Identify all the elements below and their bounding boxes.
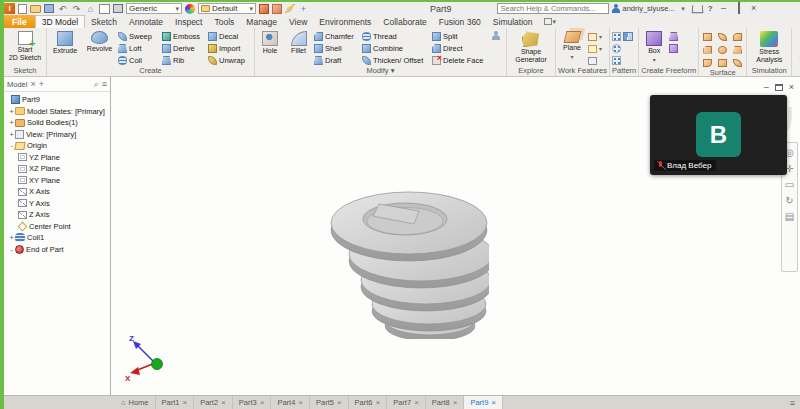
tab-list-menu-icon[interactable]: ≡	[785, 396, 800, 409]
close-icon[interactable]: ×	[182, 398, 187, 407]
new-file-icon[interactable]	[18, 4, 27, 14]
tab-part3[interactable]: Part3×	[233, 396, 272, 409]
derive-button[interactable]: Derive	[162, 43, 206, 54]
tree-item-z-axis[interactable]: Z Axis	[4, 209, 110, 221]
extrude-button[interactable]: Extrude	[49, 29, 81, 55]
tab-environments[interactable]: Environments	[313, 15, 377, 28]
user-name[interactable]: andriy_slyuse...	[623, 4, 675, 13]
close-icon[interactable]: ×	[337, 398, 342, 407]
close-icon[interactable]: ×	[414, 398, 419, 407]
chamfer-button[interactable]: Chamfer	[314, 31, 360, 42]
combine-button[interactable]: Combine	[362, 43, 430, 54]
tab-part7[interactable]: Part7×	[387, 396, 426, 409]
tab-view[interactable]: View	[283, 15, 313, 28]
draft-button[interactable]: Draft	[314, 55, 360, 66]
circular-pattern-button[interactable]	[612, 43, 633, 54]
tree-item-xy-plane[interactable]: XY Plane	[4, 175, 110, 187]
material-dropdown[interactable]: Generic ▾	[126, 3, 182, 14]
tab-tools[interactable]: Tools	[208, 15, 240, 28]
help-icon[interactable]: ?	[706, 4, 715, 13]
tab-manage[interactable]: Manage	[240, 15, 283, 28]
ucs-button[interactable]	[588, 55, 602, 66]
hole-button[interactable]: Hole	[257, 29, 283, 55]
expand-icon[interactable]: +	[8, 107, 15, 116]
tab-part5[interactable]: Part5×	[310, 396, 349, 409]
replace-face-icon[interactable]	[703, 59, 712, 67]
add-pane-icon[interactable]: +	[39, 80, 44, 89]
ruled-surface-icon[interactable]	[718, 59, 727, 67]
tab-simulation[interactable]: Simulation	[487, 15, 539, 28]
expand-icon[interactable]: +	[8, 130, 15, 139]
zoom-participant-overlay[interactable]: B Влад Вебер	[650, 95, 787, 175]
stitch-icon[interactable]	[703, 33, 712, 41]
store-cart-icon[interactable]	[691, 5, 703, 13]
tree-item-yz-plane[interactable]: YZ Plane	[4, 152, 110, 164]
tab-inspect[interactable]: Inspect	[169, 15, 208, 28]
mirror-icon[interactable]	[623, 32, 633, 41]
shell-button[interactable]: Shell	[314, 43, 360, 54]
plane-button[interactable]: Plane ▾	[558, 29, 586, 60]
sculpt-icon[interactable]	[718, 46, 727, 54]
tree-item-coil1[interactable]: +Coil1	[4, 232, 110, 244]
boundary-patch-icon[interactable]	[733, 33, 742, 41]
zoom-window-icon[interactable]: ▭	[785, 180, 794, 190]
tab-home[interactable]: ⌂ Home	[115, 396, 156, 409]
search-icon[interactable]: ⌕	[94, 80, 99, 89]
delete-face-button[interactable]: Delete Face	[432, 55, 486, 66]
save-icon[interactable]	[44, 4, 54, 13]
trim-icon[interactable]	[703, 46, 712, 54]
doc-restore-button[interactable]	[775, 84, 783, 91]
group-label-modify[interactable]: Modify ▾	[257, 66, 504, 76]
sketch-tool-icon[interactable]	[285, 4, 295, 14]
undo-icon[interactable]: ↶	[57, 4, 68, 14]
inventor-app-icon[interactable]: I	[4, 3, 15, 14]
rectangular-pattern-button[interactable]	[612, 31, 633, 42]
tree-item-model-states[interactable]: +Model States: [Primary]	[4, 106, 110, 118]
close-icon[interactable]: ×	[376, 398, 381, 407]
shape-generator-button[interactable]: Shape Generator	[509, 29, 553, 63]
thread-button[interactable]: Thread	[362, 31, 430, 42]
thicken-offset-button[interactable]: Thicken/ Offset	[362, 55, 430, 66]
close-icon[interactable]: ×	[30, 80, 35, 89]
split-button[interactable]: Split	[432, 31, 486, 42]
close-icon[interactable]: ×	[221, 398, 226, 407]
tree-item-center-point[interactable]: Center Point	[4, 221, 110, 233]
tree-item-part9[interactable]: Part9	[4, 94, 110, 106]
fit-mesh-face-icon[interactable]	[733, 59, 742, 67]
start-2d-sketch-button[interactable]: Start 2D Sketch	[6, 29, 44, 61]
expand-icon[interactable]: +	[8, 118, 15, 127]
tab-part9-active[interactable]: Part9×	[464, 396, 503, 409]
unwrap-button[interactable]: Unwrap	[208, 55, 252, 66]
doc-close-button[interactable]: ×	[789, 82, 794, 92]
sweep-button[interactable]: Sweep	[118, 31, 160, 42]
file-menu-button[interactable]: File	[4, 15, 35, 28]
update-icon[interactable]	[113, 4, 123, 13]
tree-item-solid-bodies[interactable]: +Solid Bodies(1)	[4, 117, 110, 129]
close-icon[interactable]: ×	[491, 398, 496, 407]
loft-button[interactable]: Loft	[118, 43, 160, 54]
emboss-button[interactable]: Emboss	[162, 31, 206, 42]
plane-flyout-button[interactable]: ▾	[588, 31, 602, 42]
close-button[interactable]: ×	[748, 3, 760, 14]
axis-button[interactable]: ▾	[588, 43, 602, 54]
tab-3d-model[interactable]: 3D Model	[35, 15, 85, 28]
tab-part4[interactable]: Part4×	[271, 396, 310, 409]
sketch-driven-pattern-button[interactable]	[612, 55, 633, 66]
coil-button[interactable]: Coil	[118, 55, 160, 66]
patch-icon[interactable]	[718, 33, 727, 41]
free-orbit-icon[interactable]: ↻	[785, 196, 793, 206]
tree-item-origin[interactable]: -Origin	[4, 140, 110, 152]
tree-item-x-axis[interactable]: X Axis	[4, 186, 110, 198]
plus-tool-icon[interactable]: +	[298, 4, 309, 14]
freeform-plane-button[interactable]	[669, 31, 678, 42]
measure-icon[interactable]	[272, 4, 282, 14]
tab-sketch[interactable]: Sketch	[85, 15, 123, 28]
close-icon[interactable]: ×	[298, 398, 303, 407]
tree-item-y-axis[interactable]: Y Axis	[4, 198, 110, 210]
tab-annotate[interactable]: Annotate	[123, 15, 169, 28]
convert-sheet-metal-button[interactable]: Convert to Sheet Metal	[794, 29, 800, 62]
close-icon[interactable]: ×	[453, 398, 458, 407]
minimize-button[interactable]: –	[718, 3, 730, 14]
close-icon[interactable]: ×	[260, 398, 265, 407]
import-button[interactable]: Import	[208, 43, 252, 54]
